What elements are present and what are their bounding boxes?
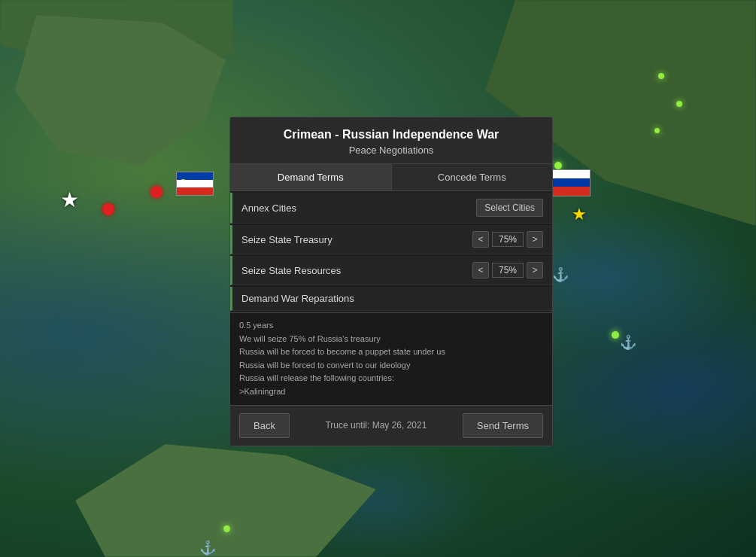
term-row-annex-cities: Annex Cities Select Cities bbox=[230, 193, 552, 224]
send-terms-button[interactable]: Send Terms bbox=[463, 413, 543, 438]
summary-line-2: We will seize 75% of Russia's treasury bbox=[239, 333, 543, 346]
terms-list: Annex Cities Select Cities Seize State T… bbox=[230, 193, 552, 311]
star-marker-1: ★ bbox=[60, 187, 79, 212]
russia-flag bbox=[549, 169, 591, 196]
term-row-seize-resources: Seize State Resources < 75% > bbox=[230, 256, 552, 285]
russia-stripe-blue bbox=[550, 178, 590, 187]
modal-tabs: Demand Terms Concede Terms bbox=[230, 164, 552, 191]
star-marker-gold: ★ bbox=[572, 205, 587, 224]
modal-header: Crimean - Russian Independence War Peace… bbox=[230, 117, 552, 164]
glow-dot-1 bbox=[554, 162, 562, 169]
glow-dot-2 bbox=[658, 73, 664, 79]
treasury-value: 75% bbox=[492, 232, 524, 247]
resources-controls: < 75% > bbox=[472, 262, 543, 278]
treasury-decrease-button[interactable]: < bbox=[472, 231, 489, 248]
crimea-flag: ꟷ bbox=[176, 172, 214, 196]
red-dot-2 bbox=[150, 186, 162, 198]
glow-dot-6 bbox=[223, 525, 230, 532]
glow-dot-3 bbox=[676, 101, 682, 107]
russia-stripe-red bbox=[550, 187, 590, 196]
term-label-annex-cities: Annex Cities bbox=[241, 202, 476, 214]
russia-stripe-white bbox=[550, 170, 590, 178]
summary-area: 0.5 years We will seize 75% of Russia's … bbox=[230, 312, 552, 405]
select-cities-button[interactable]: Select Cities bbox=[476, 199, 543, 217]
summary-line-4: Russia will be forced to convert to our … bbox=[239, 359, 543, 373]
summary-line-3: Russia will be forced to become a puppet… bbox=[239, 345, 543, 359]
peace-negotiations-modal: Crimean - Russian Independence War Peace… bbox=[229, 117, 553, 446]
tab-demand-terms[interactable]: Demand Terms bbox=[230, 164, 392, 190]
term-label-war-reparations: Demand War Reparations bbox=[241, 293, 543, 304]
term-row-seize-treasury: Seize State Treasury < 75% > bbox=[230, 225, 552, 254]
summary-line-5: Russia will release the following countr… bbox=[239, 372, 543, 385]
anchor-3: ⚓ bbox=[199, 540, 216, 556]
truce-info: Truce until: May 26, 2021 bbox=[296, 420, 457, 431]
modal-title: Crimean - Russian Independence War bbox=[242, 128, 540, 142]
flag-symbol: ꟷ bbox=[181, 174, 185, 184]
modal-footer: Back Truce until: May 26, 2021 Send Term… bbox=[230, 405, 552, 446]
resources-increase-button[interactable]: > bbox=[527, 262, 543, 278]
flag-stripe-white: ꟷ bbox=[177, 180, 213, 187]
term-label-seize-resources: Seize State Resources bbox=[241, 265, 472, 276]
glow-dot-4 bbox=[654, 128, 660, 133]
summary-line-1: 0.5 years bbox=[239, 319, 543, 333]
term-label-seize-treasury: Seize State Treasury bbox=[241, 234, 472, 245]
modal-subtitle: Peace Negotiations bbox=[242, 145, 540, 156]
tab-concede-terms[interactable]: Concede Terms bbox=[392, 164, 553, 190]
flag-stripe-red bbox=[177, 187, 213, 195]
glow-dot-5 bbox=[612, 331, 619, 339]
treasury-increase-button[interactable]: > bbox=[527, 231, 543, 248]
summary-line-6: >Kaliningrad bbox=[239, 385, 543, 399]
anchor-1: ⚓ bbox=[552, 266, 569, 283]
back-button[interactable]: Back bbox=[239, 413, 290, 438]
treasury-controls: < 75% > bbox=[472, 231, 543, 248]
anchor-2: ⚓ bbox=[620, 334, 636, 351]
term-row-war-reparations: Demand War Reparations bbox=[230, 287, 552, 311]
red-dot-1 bbox=[102, 203, 114, 215]
resources-value: 75% bbox=[492, 263, 524, 278]
resources-decrease-button[interactable]: < bbox=[472, 262, 489, 278]
